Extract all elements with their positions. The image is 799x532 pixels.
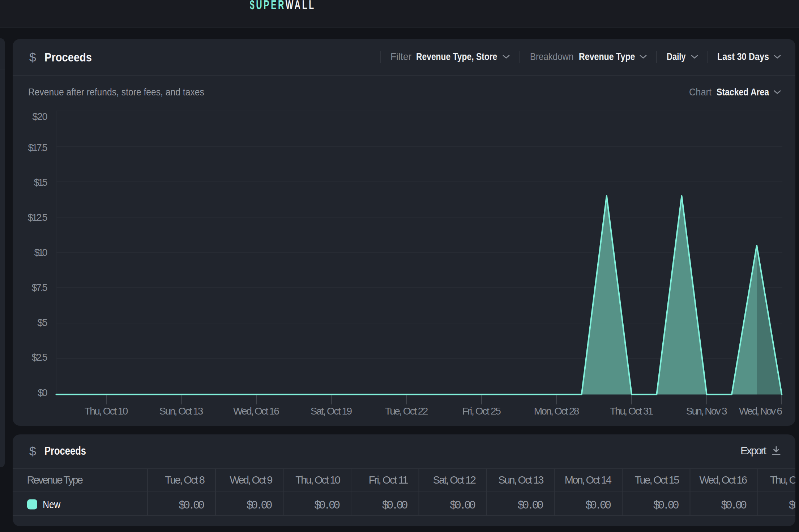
svg-text:$2.5: $2.5 bbox=[32, 352, 48, 363]
svg-text:Wed, Oct 16: Wed, Oct 16 bbox=[233, 406, 279, 417]
svg-text:Tue, Oct 15: Tue, Oct 15 bbox=[635, 474, 680, 486]
svg-text:Thu, Oct 10: Thu, Oct 10 bbox=[295, 474, 341, 486]
svg-text:Sun, Nov 3: Sun, Nov 3 bbox=[686, 406, 727, 417]
svg-text:$12.5: $12.5 bbox=[28, 212, 48, 223]
svg-text:Mon, Oct 28: Mon, Oct 28 bbox=[534, 406, 580, 417]
svg-text:Tue, Oct 8: Tue, Oct 8 bbox=[165, 474, 205, 486]
svg-text:Thu, Oct 17: Thu, Oct 17 bbox=[770, 474, 795, 486]
svg-text:Thu, Oct 10: Thu, Oct 10 bbox=[85, 406, 128, 417]
svg-text:$0.00: $0.00 bbox=[653, 499, 679, 512]
svg-text:$15: $15 bbox=[34, 177, 48, 188]
svg-text:$0.00: $0.00 bbox=[450, 499, 476, 512]
svg-text:Tue, Oct 22: Tue, Oct 22 bbox=[385, 406, 428, 417]
svg-text:Thu, Oct 31: Thu, Oct 31 bbox=[610, 406, 654, 417]
svg-text:Fri, Oct 11: Fri, Oct 11 bbox=[369, 474, 409, 486]
svg-text:Revenue Type: Revenue Type bbox=[27, 474, 83, 486]
svg-text:$0: $0 bbox=[38, 387, 48, 398]
svg-text:$10: $10 bbox=[34, 247, 48, 258]
svg-text:$0.00: $0.00 bbox=[789, 499, 796, 512]
svg-text:Sat, Oct 12: Sat, Oct 12 bbox=[433, 474, 477, 486]
svg-text:Sun, Oct 13: Sun, Oct 13 bbox=[159, 406, 204, 417]
svg-text:$0.00: $0.00 bbox=[382, 499, 408, 512]
svg-text:$0.00: $0.00 bbox=[179, 499, 205, 512]
svg-text:$20: $20 bbox=[33, 111, 48, 122]
svg-text:Wed, Oct 16: Wed, Oct 16 bbox=[700, 474, 747, 486]
svg-text:Wed, Oct 9: Wed, Oct 9 bbox=[230, 474, 273, 486]
svg-text:Sat, Oct 19: Sat, Oct 19 bbox=[311, 406, 352, 417]
svg-text:Wed, Nov 6: Wed, Nov 6 bbox=[739, 406, 782, 417]
svg-text:$0.00: $0.00 bbox=[518, 499, 544, 512]
svg-text:$5: $5 bbox=[38, 317, 48, 328]
svg-text:$17.5: $17.5 bbox=[28, 142, 48, 153]
svg-text:$0.00: $0.00 bbox=[314, 499, 340, 512]
svg-text:New: New bbox=[43, 498, 60, 510]
svg-text:Export: Export bbox=[740, 445, 767, 456]
svg-text:Mon, Oct 14: Mon, Oct 14 bbox=[565, 474, 612, 486]
svg-text:Fri, Oct 25: Fri, Oct 25 bbox=[462, 406, 501, 417]
svg-text:$0.00: $0.00 bbox=[721, 499, 747, 512]
svg-text:Sun, Oct 13: Sun, Oct 13 bbox=[498, 474, 544, 486]
svg-text:$0.00: $0.00 bbox=[585, 499, 611, 512]
svg-text:$7.5: $7.5 bbox=[32, 282, 48, 293]
svg-text:$0.00: $0.00 bbox=[247, 499, 273, 512]
